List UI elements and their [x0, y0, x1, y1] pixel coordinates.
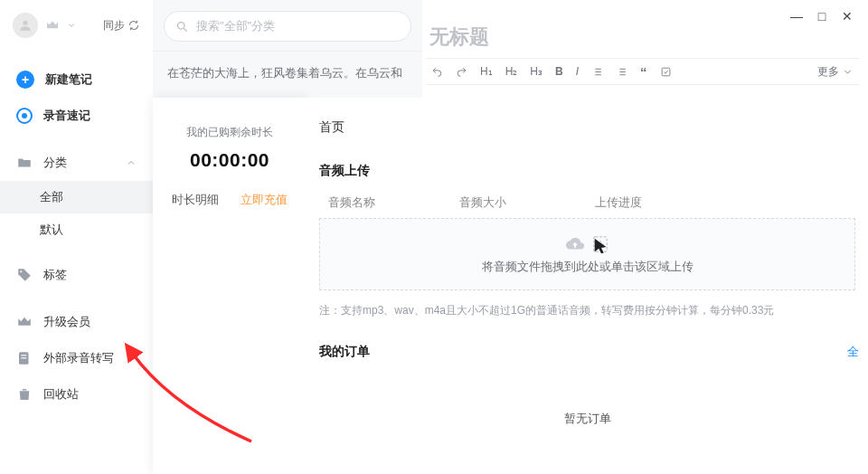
- voice-note-label: 录音速记: [43, 108, 90, 124]
- voice-note-button[interactable]: 录音速记: [0, 98, 153, 134]
- sidebar-item-trash[interactable]: 回收站: [0, 376, 153, 412]
- chevron-down-icon[interactable]: [67, 21, 76, 30]
- document-title[interactable]: 无标题: [429, 24, 489, 51]
- col-audio-size: 音频大小: [459, 195, 595, 211]
- cursor-icon: [591, 237, 611, 257]
- left-sidebar: 同步 + 新建笔记 录音速记 分类 全部 默认 标签 升级会员 外部录音转写 回…: [0, 0, 153, 474]
- col-audio-name: 音频名称: [319, 195, 459, 211]
- sync-icon: [127, 19, 140, 32]
- upload-section-title: 音频上传: [319, 163, 855, 179]
- editor-header: — □ ✕ 无标题 H₁ H₂ H₃ B I “ 更多: [422, 0, 868, 98]
- dropzone-hint: 将音频文件拖拽到此处或单击该区域上传: [482, 260, 693, 275]
- search-input[interactable]: 搜索"全部"分类: [164, 11, 411, 42]
- time-balance-value: 00:00:00: [153, 149, 307, 171]
- orders-section-title: 我的订单: [319, 344, 370, 360]
- editor-toolbar: H₁ H₂ H₃ B I “ 更多: [426, 58, 859, 85]
- crown-grey-icon: [16, 314, 33, 330]
- trash-icon: [16, 386, 33, 403]
- view-all-orders-link[interactable]: 全: [847, 344, 859, 360]
- sidebar-item-external-transcribe[interactable]: 外部录音转写: [0, 340, 153, 376]
- record-icon: [16, 108, 33, 124]
- plus-icon: +: [16, 71, 34, 89]
- duration-details-link[interactable]: 时长明细: [172, 193, 219, 208]
- heading2-button[interactable]: H₂: [505, 65, 518, 78]
- svg-rect-6: [662, 68, 670, 76]
- chevron-up-icon: [126, 157, 137, 168]
- svg-rect-4: [21, 357, 26, 358]
- tag-icon: [16, 267, 33, 283]
- redo-button[interactable]: [456, 66, 467, 78]
- ordered-list-button[interactable]: [616, 66, 627, 78]
- undo-button[interactable]: [431, 66, 443, 78]
- trash-label: 回收站: [43, 386, 79, 403]
- sidebar-item-all[interactable]: 全部: [0, 181, 153, 213]
- time-balance-label: 我的已购剩余时长: [153, 125, 307, 140]
- window-maximize[interactable]: □: [816, 9, 828, 24]
- quote-button[interactable]: “: [640, 64, 647, 80]
- new-note-button[interactable]: + 新建笔记: [0, 62, 153, 98]
- note-snippet[interactable]: 在苍茫的大海上，狂风卷集着乌云。在乌云和: [153, 51, 422, 95]
- bold-button[interactable]: B: [555, 65, 563, 78]
- svg-point-1: [20, 270, 22, 272]
- svg-point-5: [178, 22, 185, 29]
- list-button[interactable]: [591, 66, 603, 78]
- chevron-down-icon: [842, 66, 854, 78]
- col-upload-progress: 上传进度: [595, 195, 731, 211]
- italic-button[interactable]: I: [576, 65, 579, 78]
- main-content: 首页 音频上传 音频名称 音频大小 上传进度 将音频文件拖拽到此处或单击该区域上…: [307, 98, 868, 474]
- svg-point-0: [23, 21, 27, 25]
- heading1-button[interactable]: H₁: [480, 65, 493, 78]
- sidebar-item-tags[interactable]: 标签: [0, 257, 153, 293]
- upgrade-label: 升级会员: [43, 314, 90, 330]
- transcribe-icon: [16, 350, 33, 366]
- sidebar-item-categories[interactable]: 分类: [0, 145, 153, 181]
- sync-label: 同步: [103, 18, 125, 33]
- no-orders-text: 暂无订单: [319, 411, 855, 427]
- more-formatting-button[interactable]: 更多: [817, 64, 854, 80]
- upload-table-header: 音频名称 音频大小 上传进度: [319, 195, 855, 211]
- upload-note: 注：支持mp3、wav、m4a且大小不超过1G的普通话音频，转写费用按分钟计算，…: [319, 303, 855, 318]
- crown-icon: [45, 18, 60, 33]
- window-minimize[interactable]: —: [790, 9, 803, 24]
- external-label: 外部录音转写: [43, 350, 114, 366]
- folder-icon: [16, 155, 33, 171]
- svg-rect-3: [21, 355, 26, 356]
- search-icon: [175, 20, 189, 33]
- new-note-label: 新建笔记: [45, 71, 92, 88]
- checkbox-button[interactable]: [660, 66, 672, 78]
- upload-dropzone[interactable]: 将音频文件拖拽到此处或单击该区域上传: [319, 218, 855, 290]
- dropzone-icons: [565, 234, 610, 254]
- recharge-link[interactable]: 立即充值: [241, 193, 288, 208]
- sidebar-item-default[interactable]: 默认: [0, 213, 153, 246]
- categories-label: 分类: [43, 155, 67, 171]
- sidebar-item-upgrade[interactable]: 升级会员: [0, 304, 153, 340]
- avatar[interactable]: [13, 13, 38, 38]
- heading3-button[interactable]: H₃: [530, 65, 542, 78]
- tags-label: 标签: [43, 267, 67, 283]
- window-controls: — □ ✕: [790, 9, 854, 24]
- sync-button[interactable]: 同步: [103, 18, 140, 33]
- breadcrumb-home[interactable]: 首页: [319, 119, 855, 136]
- time-balance-panel: 我的已购剩余时长 00:00:00 时长明细 立即充值: [153, 98, 307, 474]
- window-close[interactable]: ✕: [841, 9, 854, 24]
- profile-row: 同步: [0, 0, 153, 51]
- search-placeholder: 搜索"全部"分类: [196, 18, 275, 34]
- cloud-upload-icon: [565, 234, 585, 254]
